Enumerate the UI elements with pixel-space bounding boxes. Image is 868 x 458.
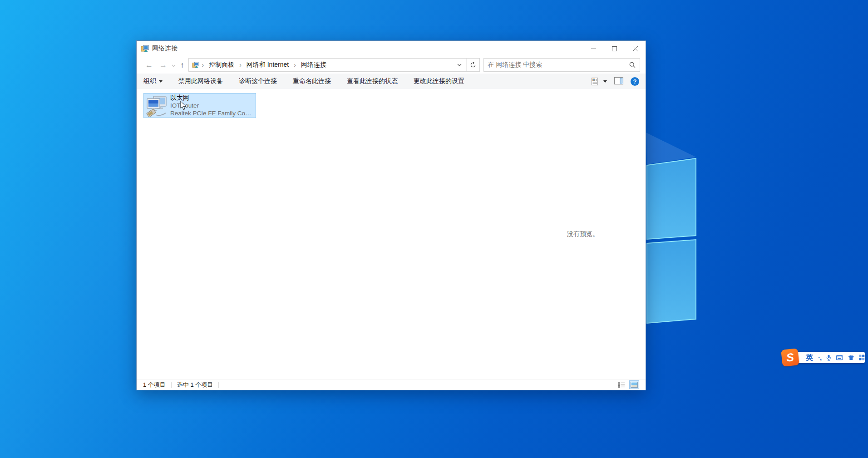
preview-pane-icon <box>614 77 623 84</box>
disable-device-button[interactable]: 禁用此网络设备 <box>178 77 223 85</box>
minimize-button[interactable] <box>583 41 604 56</box>
items-count: 1 个项目 <box>143 381 166 389</box>
desktop: 网络连接 ← → ↑ <box>0 0 868 458</box>
connection-device: Realtek PCIe FE Family Control... <box>170 109 254 117</box>
address-bar[interactable]: › 控制面板 › 网络和 Internet › 网络连接 <box>188 58 480 72</box>
breadcrumb-control-panel[interactable]: 控制面板 <box>205 61 238 69</box>
toolbox-grid-icon[interactable] <box>859 354 865 361</box>
navigation-bar: ← → ↑ › 控制面板 › 网络和 Internet › 网络连接 <box>137 56 646 74</box>
network-connections-window: 网络连接 ← → ↑ <box>136 40 646 390</box>
maximize-button[interactable] <box>604 41 625 56</box>
breadcrumb-network-connections[interactable]: 网络连接 <box>297 61 330 69</box>
diagnose-connection-button[interactable]: 诊断这个连接 <box>238 77 277 85</box>
window-title: 网络连接 <box>152 44 178 53</box>
preview-pane: 没有预览。 <box>520 89 646 379</box>
view-connection-status-button[interactable]: 查看此连接的状态 <box>346 77 398 85</box>
details-view-button[interactable] <box>616 380 626 389</box>
close-button[interactable] <box>625 41 646 56</box>
selected-count: 选中 1 个项目 <box>177 381 213 389</box>
organize-label: 组织 <box>143 77 156 85</box>
forward-button[interactable]: → <box>156 61 170 69</box>
chevron-down-icon <box>603 80 607 83</box>
search-input[interactable]: 在 网络连接 中搜索 <box>483 58 640 72</box>
minimize-icon <box>591 46 596 51</box>
network-connections-icon <box>141 44 149 53</box>
ethernet-adapter-item[interactable]: 以太网 IOTRouter Realtek PCIe FE Family Con… <box>143 93 256 118</box>
address-dropdown-button[interactable] <box>453 59 466 71</box>
preview-pane-button[interactable] <box>614 77 623 86</box>
help-button[interactable]: ? <box>631 77 639 86</box>
breadcrumb-network-internet[interactable]: 网络和 Internet <box>242 61 293 69</box>
mouse-cursor <box>180 101 187 110</box>
chevron-down-icon <box>159 80 163 83</box>
maximize-icon <box>612 46 617 51</box>
change-connection-settings-button[interactable]: 更改此连接的设置 <box>413 77 465 85</box>
breadcrumb-separator: › <box>293 61 297 69</box>
preview-empty-text: 没有预览。 <box>567 230 599 238</box>
search-placeholder: 在 网络连接 中搜索 <box>488 61 542 69</box>
details-view-icon <box>618 382 625 388</box>
up-button[interactable]: ↑ <box>177 61 188 69</box>
large-icons-view-icon <box>631 382 638 388</box>
title-bar[interactable]: 网络连接 <box>137 41 646 56</box>
skin-shirt-icon[interactable] <box>848 355 854 361</box>
refresh-icon <box>470 62 476 68</box>
refresh-button[interactable] <box>466 59 479 71</box>
breadcrumb-separator: › <box>238 61 242 69</box>
breadcrumb-separator: › <box>201 61 205 69</box>
ime-toolbar[interactable]: S 英 ·, <box>792 352 865 363</box>
view-options-icon <box>592 78 600 85</box>
address-location-icon <box>192 61 199 69</box>
command-bar: 组织 禁用此网络设备 诊断这个连接 重命名此连接 查看此连接的状态 更改此连接的… <box>137 74 646 89</box>
rename-connection-button[interactable]: 重命名此连接 <box>292 77 331 85</box>
status-separator <box>218 382 219 388</box>
search-icon[interactable] <box>629 62 636 68</box>
status-bar: 1 个项目 选中 1 个项目 <box>137 379 646 390</box>
ethernet-adapter-icon <box>146 95 168 117</box>
change-view-button[interactable] <box>592 78 607 85</box>
microphone-icon[interactable] <box>826 354 831 361</box>
ime-punctuation-toggle[interactable]: ·, <box>818 354 821 361</box>
large-icons-view-button[interactable] <box>629 380 639 389</box>
back-button[interactable]: ← <box>142 61 156 69</box>
keyboard-icon[interactable] <box>836 355 843 360</box>
status-separator <box>171 382 172 388</box>
file-list-area[interactable]: 以太网 IOTRouter Realtek PCIe FE Family Con… <box>137 89 646 379</box>
ime-language-toggle[interactable]: 英 <box>806 354 813 361</box>
chevron-down-icon <box>457 64 462 67</box>
chevron-down-icon <box>172 64 176 67</box>
close-icon <box>633 46 638 51</box>
organize-menu-button[interactable]: 组织 <box>143 77 163 85</box>
recent-locations-button[interactable] <box>170 61 177 69</box>
ime-logo[interactable]: S <box>781 348 799 367</box>
